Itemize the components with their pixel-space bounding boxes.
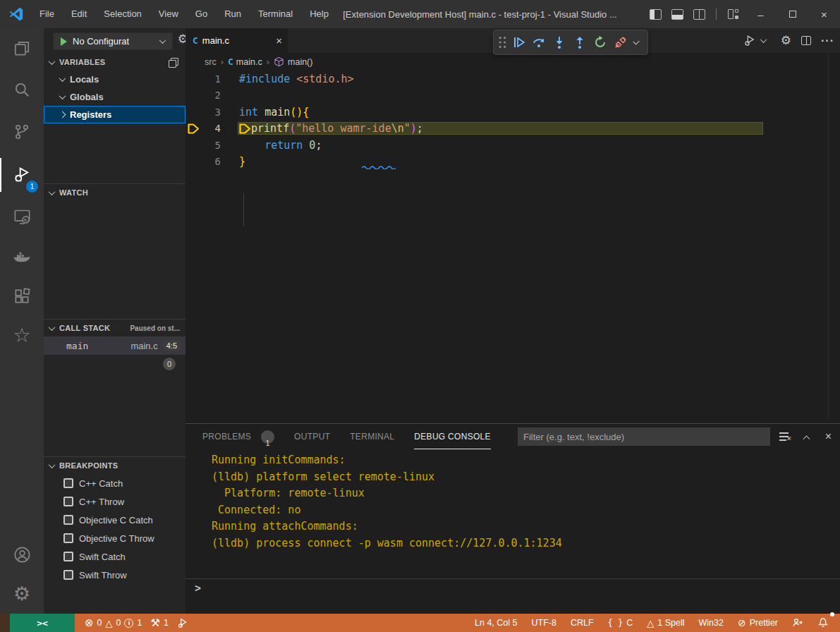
tab-problems[interactable]: PROBLEMS 1 xyxy=(202,424,274,449)
breakpoint-checkbox[interactable] xyxy=(63,533,73,543)
accounts-button[interactable] xyxy=(0,535,44,574)
cursor-position[interactable]: Ln 4, Col 5 xyxy=(470,614,521,632)
breakpoint-row[interactable]: Swift Catch xyxy=(44,547,185,566)
breadcrumb-folder[interactable]: src xyxy=(205,57,217,67)
debug-toolbar-dropdown-icon[interactable] xyxy=(633,38,640,45)
toggle-sidebar-icon[interactable] xyxy=(650,9,662,20)
breakpoint-margin[interactable] xyxy=(185,121,202,138)
sidebar-item-remote-explorer[interactable] xyxy=(0,196,44,237)
breakpoint-row[interactable]: C++ Throw xyxy=(44,492,185,511)
start-debug-icon[interactable] xyxy=(61,37,67,46)
breakpoint-row[interactable]: Swift Throw xyxy=(44,566,185,584)
breakpoints-section-header[interactable]: BREAKPOINTS xyxy=(44,457,185,474)
sidebar-item-docker[interactable] xyxy=(0,237,44,276)
breakpoint-margin[interactable] xyxy=(185,154,202,171)
feedback-button[interactable] xyxy=(788,614,808,632)
toolchain-status[interactable]: ⚒ 1 xyxy=(146,614,172,632)
launch-settings-gear-icon[interactable]: ⚙ xyxy=(178,32,185,47)
maximize-panel-icon[interactable] xyxy=(803,435,810,442)
code-line[interactable]: 1#include <stdio.h> xyxy=(185,71,840,87)
sidebar-item-run-and-debug[interactable]: 1 xyxy=(0,154,44,196)
menu-edit[interactable]: Edit xyxy=(63,0,95,28)
sidebar-item-search[interactable] xyxy=(0,69,44,110)
sidebar-item-explorer[interactable] xyxy=(0,28,44,69)
manage-button[interactable]: ⚙ xyxy=(0,574,44,614)
toggle-panel-icon[interactable] xyxy=(671,9,683,20)
sidebar-item-star[interactable]: ☆ xyxy=(0,316,44,356)
debug-console-output[interactable]: Running initCommands:(lldb) platform sel… xyxy=(212,452,833,577)
language-mode[interactable]: { } C xyxy=(604,614,638,632)
code-line[interactable]: 3int main(){ xyxy=(185,104,840,121)
tab-close-icon[interactable]: × xyxy=(276,35,282,47)
breadcrumb-file[interactable]: main.c xyxy=(236,57,262,67)
code-line[interactable]: 4 printf("hello wamr-ide\n"); xyxy=(185,121,840,138)
code-line[interactable]: 5 return 0; xyxy=(185,137,840,154)
breakpoint-checkbox[interactable] xyxy=(63,478,73,488)
call-stack-section-header[interactable]: CALL STACK Paused on st... xyxy=(44,320,185,336)
minimize-button[interactable]: – xyxy=(745,0,777,28)
debug-config-dropdown[interactable]: No Configurat xyxy=(53,32,173,50)
thread-row[interactable]: 0 xyxy=(44,355,185,373)
split-editor-icon[interactable] xyxy=(801,36,811,45)
run-or-debug-button[interactable] xyxy=(743,34,771,47)
breakpoint-row[interactable]: Objective C Catch xyxy=(44,511,185,529)
variables-item-registers[interactable]: Registers xyxy=(44,106,185,123)
debug-console-status-button[interactable] xyxy=(173,614,193,632)
tab-output[interactable]: OUTPUT xyxy=(294,424,330,449)
breakpoint-checkbox[interactable] xyxy=(63,552,73,561)
breadcrumbs[interactable]: src › C main.c › main() xyxy=(185,53,840,71)
menu-terminal[interactable]: Terminal xyxy=(250,0,301,28)
eol-indicator[interactable]: CRLF xyxy=(566,614,598,632)
toolbar-grip-icon[interactable] xyxy=(498,35,507,49)
notifications-button[interactable] xyxy=(813,614,833,632)
variables-section-header[interactable]: VARIABLES xyxy=(44,54,185,71)
code-line[interactable]: 2 xyxy=(185,87,840,104)
tab-debug-console[interactable]: DEBUG CONSOLE xyxy=(414,424,491,449)
customize-layout-icon[interactable] xyxy=(728,9,739,20)
maximize-button[interactable] xyxy=(777,0,808,28)
close-panel-icon[interactable]: × xyxy=(825,430,832,443)
breakpoint-margin[interactable] xyxy=(185,137,202,154)
toggle-secondary-sidebar-icon[interactable] xyxy=(693,9,705,20)
breakpoint-margin[interactable] xyxy=(185,104,202,121)
continue-button[interactable] xyxy=(511,33,528,51)
more-actions-icon[interactable]: ··· xyxy=(821,35,834,47)
breakpoint-row[interactable]: C++ Catch xyxy=(44,474,185,492)
breadcrumb-symbol[interactable]: main() xyxy=(288,57,312,67)
code-editor[interactable]: 1#include <stdio.h>23int main(){ 4 print… xyxy=(185,71,840,423)
clear-console-icon[interactable]: ✕ xyxy=(779,432,791,441)
encoding-indicator[interactable]: UTF-8 xyxy=(528,614,561,632)
variables-item-locals[interactable]: Locals xyxy=(44,71,185,88)
editor-gear-icon[interactable]: ⚙ xyxy=(781,33,791,48)
remote-indicator[interactable]: >< xyxy=(10,614,75,632)
menu-go[interactable]: Go xyxy=(187,0,216,28)
console-filter-input[interactable] xyxy=(518,427,770,446)
tab-terminal[interactable]: TERMINAL xyxy=(350,424,394,449)
menu-view[interactable]: View xyxy=(150,0,187,28)
spell-checker-status[interactable]: △ 1 Spell xyxy=(643,614,688,632)
breakpoint-checkbox[interactable] xyxy=(63,497,73,506)
breakpoint-row[interactable]: Objective C Throw xyxy=(44,529,185,547)
problems-status[interactable]: ⊗ 0 △ 0 i 1 xyxy=(80,614,146,632)
sidebar-item-source-control[interactable] xyxy=(0,110,44,154)
sidebar-item-extensions[interactable] xyxy=(0,276,44,316)
close-window-button[interactable]: × xyxy=(808,0,840,28)
variables-item-globals[interactable]: Globals xyxy=(44,88,185,106)
breakpoint-margin[interactable] xyxy=(185,71,202,87)
step-into-button[interactable] xyxy=(551,33,568,51)
restart-button[interactable] xyxy=(592,33,609,51)
prettier-status[interactable]: ⊘ Prettier xyxy=(734,614,782,632)
code-line[interactable]: 6} xyxy=(185,154,840,171)
breakpoint-margin[interactable] xyxy=(185,87,202,104)
stack-frame-row[interactable]: main main.c 4:5 xyxy=(44,336,185,355)
menu-selection[interactable]: Selection xyxy=(95,0,150,28)
platform-status[interactable]: Win32 xyxy=(695,614,728,632)
watch-section-header[interactable]: WATCH xyxy=(44,184,185,201)
copy-icon[interactable] xyxy=(169,58,177,66)
breakpoint-checkbox[interactable] xyxy=(63,570,73,580)
editor-scrollbar[interactable] xyxy=(828,53,829,420)
step-out-button[interactable] xyxy=(571,33,588,51)
step-over-button[interactable] xyxy=(531,33,548,51)
tab-main-c[interactable]: C main.c × xyxy=(185,28,288,53)
debug-console-input-row[interactable]: > xyxy=(185,578,840,597)
